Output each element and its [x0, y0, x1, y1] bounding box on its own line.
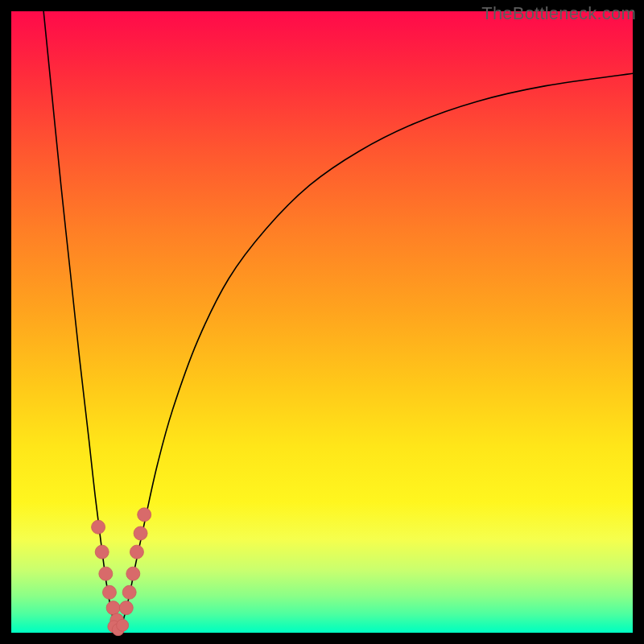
chart-svg: [11, 11, 633, 633]
marker-dot: [119, 601, 133, 615]
marker-dot: [92, 520, 105, 534]
marker-dot: [138, 508, 151, 522]
marker-dot: [126, 567, 140, 580]
curve-right-branch: [118, 73, 633, 630]
curve-left-branch: [43, 11, 118, 630]
marker-dot: [122, 585, 136, 599]
marker-dot: [99, 567, 113, 580]
chart-frame: TheBottleneck.com: [0, 0, 644, 644]
marker-group: [92, 508, 151, 636]
marker-dot: [95, 545, 109, 559]
marker-dot: [117, 619, 129, 631]
watermark-text: TheBottleneck.com: [481, 3, 636, 24]
plot-area: [11, 11, 633, 633]
marker-dot: [106, 601, 120, 615]
marker-dot: [130, 545, 143, 559]
marker-dot: [134, 526, 147, 540]
marker-dot: [102, 585, 116, 599]
